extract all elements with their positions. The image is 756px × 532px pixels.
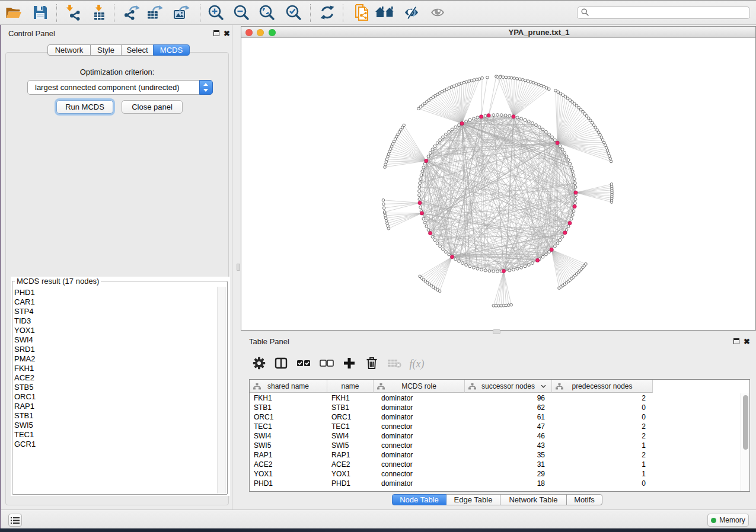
mcds-result-node[interactable]: TID3 [14, 316, 210, 326]
table-row-TEC1[interactable]: TEC1TEC1connector472 [250, 422, 652, 431]
table-row-SWI5[interactable]: SWI5SWI5connector431 [250, 441, 652, 450]
export-image-button[interactable] [171, 2, 192, 24]
delete-row-button[interactable] [362, 354, 381, 373]
open-session-button[interactable] [3, 2, 24, 24]
tab-edge-table[interactable]: Edge Table [446, 494, 500, 505]
table-cell: 46 [465, 431, 552, 441]
export-network-button[interactable] [121, 2, 142, 24]
mcds-result-node[interactable]: STP4 [14, 307, 210, 316]
table-cell: 2 [552, 393, 653, 403]
table-settings-button[interactable] [250, 354, 269, 373]
vertical-splitter[interactable] [233, 25, 241, 509]
memory-button[interactable]: Memory [707, 514, 749, 527]
close-window-light[interactable] [245, 29, 253, 36]
column-header-successor-nodes[interactable]: successor nodes [465, 380, 552, 393]
minimize-window-light[interactable] [257, 29, 264, 36]
table-cell: 0 [552, 412, 653, 422]
network-canvas[interactable] [241, 39, 755, 330]
search-icon [581, 8, 589, 18]
table-row-PHD1[interactable]: PHD1PHD1dominator180 [250, 479, 652, 488]
mcds-result-node[interactable]: GCR1 [14, 440, 210, 449]
table-row-YOX1[interactable]: YOX1YOX1connector291 [250, 469, 652, 479]
table-cell: 1 [552, 441, 653, 450]
float-panel-icon[interactable] [213, 30, 219, 36]
table-row-FKH1[interactable]: FKH1FKH1dominator962 [250, 393, 652, 403]
mcds-result-node[interactable]: ORC1 [14, 392, 210, 402]
run-mcds-button[interactable]: Run MCDS [56, 100, 113, 114]
zoom-out-button[interactable] [231, 2, 252, 24]
close-panel-button[interactable]: Close panel [122, 100, 183, 114]
column-header-predecessor-nodes[interactable]: predecessor nodes [552, 380, 653, 393]
vertical-splitter-handle[interactable] [237, 264, 240, 271]
task-history-button[interactable] [8, 514, 22, 527]
zoom-selected-icon [285, 4, 302, 23]
mcds-result-node[interactable]: PMA2 [14, 354, 210, 364]
deselect-all-button[interactable] [317, 354, 336, 373]
network-window-titlebar[interactable]: YPA_prune.txt_1 [241, 27, 755, 38]
export-table-button[interactable] [144, 2, 165, 24]
column-header-name[interactable]: name [327, 380, 374, 393]
mcds-result-node[interactable]: STB1 [14, 411, 210, 421]
mcds-result-node[interactable]: SRD1 [14, 345, 210, 354]
column-label: successor nodes [481, 382, 535, 390]
save-icon [31, 4, 49, 23]
tab-motifs[interactable]: Motifs [566, 494, 602, 505]
mcds-result-node[interactable]: RAP1 [14, 402, 210, 411]
close-panel-icon[interactable]: ✖ [224, 31, 230, 37]
column-header-MCDS-role[interactable]: MCDS role [374, 380, 465, 393]
tab-select[interactable]: Select [121, 44, 154, 56]
add-column-button[interactable] [340, 354, 359, 373]
tab-node-table[interactable]: Node Table [392, 494, 446, 505]
tab-mcds[interactable]: MCDS [153, 44, 190, 56]
mcds-result-node[interactable]: PHD1 [14, 288, 210, 297]
show-columns-button[interactable] [272, 354, 291, 373]
optimization-criterion-label: Optimization criterion: [6, 68, 228, 76]
mcds-result-node[interactable]: SWI5 [14, 421, 210, 430]
tab-network[interactable]: Network [47, 44, 91, 56]
tab-style[interactable]: Style [90, 44, 122, 56]
maximize-window-light[interactable] [269, 29, 276, 36]
table-row-RAP1[interactable]: RAP1RAP1dominator352 [250, 450, 652, 460]
mcds-result-node[interactable]: YOX1 [14, 326, 210, 335]
toolbar-separator [343, 4, 343, 22]
search-box[interactable] [577, 7, 750, 19]
apply-layout-button[interactable] [317, 2, 338, 24]
zoom-fit-button[interactable] [256, 2, 277, 24]
column-header-shared-name[interactable]: shared name [250, 380, 327, 393]
table-row-STB1[interactable]: STB1STB1dominator620 [250, 403, 652, 412]
import-table-button[interactable] [89, 2, 110, 24]
mcds-result-scrollbar[interactable] [217, 287, 226, 493]
table-cell: FKH1 [250, 393, 327, 403]
mcds-result-node[interactable]: FKH1 [14, 364, 210, 373]
tab-network-table[interactable]: Network Table [500, 494, 567, 505]
criterion-dropdown[interactable]: largest connected component (undirected) [27, 80, 213, 95]
mcds-result-node[interactable]: TEC1 [14, 430, 210, 440]
hide-selected-button[interactable] [401, 2, 422, 24]
mcds-result-node[interactable]: CAR1 [14, 297, 210, 307]
mcds-result-node[interactable]: SWI4 [14, 335, 210, 345]
import-network-button[interactable] [62, 2, 84, 24]
mcds-result-node[interactable]: STB5 [14, 383, 210, 392]
save-session-button[interactable] [30, 2, 51, 24]
close-table-panel-icon[interactable]: ✖ [744, 339, 750, 345]
clone-network-button[interactable] [352, 2, 374, 24]
select-all-button[interactable] [294, 354, 313, 373]
table-scrollbar-thumb[interactable] [743, 395, 748, 450]
table-row-ACE2[interactable]: ACE2ACE2connector311 [250, 460, 652, 469]
mcds-result-node[interactable]: ACE2 [14, 373, 210, 383]
table-row-ORC1[interactable]: ORC1ORC1dominator610 [250, 412, 652, 422]
horizontal-splitter-handle[interactable] [493, 329, 500, 334]
table-row-SWI4[interactable]: SWI4SWI4dominator462 [250, 431, 652, 441]
first-neighbors-button[interactable] [374, 2, 395, 24]
search-input[interactable] [591, 9, 739, 17]
zoom-in-button[interactable] [205, 2, 227, 24]
memory-label: Memory [719, 516, 745, 524]
zoom-selected-button[interactable] [283, 2, 304, 24]
table-cell: 29 [465, 469, 552, 479]
table-cell: FKH1 [327, 393, 374, 403]
table-scrollbar[interactable] [741, 393, 749, 491]
float-table-panel-icon[interactable] [733, 338, 739, 344]
table-panel-tabs: Node TableEdge TableNetwork TableMotifs [392, 494, 602, 505]
show-all-button[interactable] [427, 2, 448, 24]
column-label: name [341, 382, 359, 390]
